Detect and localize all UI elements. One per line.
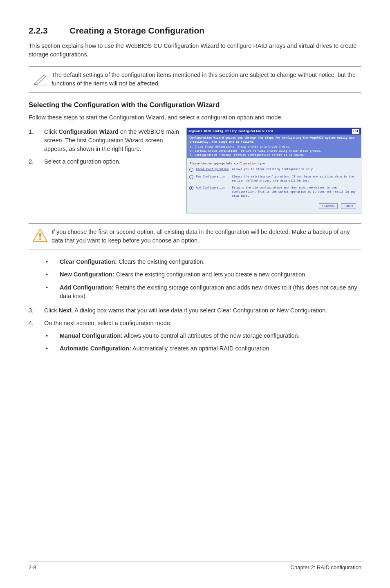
intro-paragraph: This section explains how to use the Web… [29,42,361,59]
section-heading: 2.2.3 Creating a Storage Configuration [29,25,361,37]
option-new-configuration[interactable]: New Configuration Clears the existing co… [189,175,359,183]
subintro: Follow these steps to start the Configur… [29,113,361,122]
pencil-note-icon [29,71,52,85]
option-clear-configuration[interactable]: Clear Configuration Allows you to clear … [189,167,359,172]
page-number: 2-8 [29,564,36,572]
lsi-logo: LSI [352,129,359,134]
wizard-intro-band: Configuration Wizard guides you through … [187,135,361,159]
list-item: • New Configuration: Clears the existing… [44,270,361,279]
radio-icon[interactable] [189,168,193,172]
section-number: 2.2.3 [29,25,69,37]
step-4: 4. On the next screen, select a configur… [29,319,361,328]
option-add-configuration[interactable]: Add Configuration Retains the old config… [189,186,359,198]
radio-icon[interactable] [189,186,193,190]
list-item: • Clear Configuration: Clears the existi… [44,258,361,266]
cancel-button[interactable]: ✕Cancel [319,203,337,209]
list-item: • Automatic Configuration: Automatically… [29,344,361,353]
chapter-label: Chapter 2: RAID configuration [291,564,361,572]
step-1: 1. Click Configuration Wizard on the Web… [29,128,182,153]
next-button[interactable]: ➔Next [341,203,356,209]
wizard-hint: Please choose appropriate configuration … [189,162,359,166]
svg-point-1 [39,239,41,240]
svg-rect-0 [39,233,41,238]
radio-icon[interactable] [189,175,193,179]
section-title: Creating a Storage Configuration [69,25,204,37]
step-2: 2. Select a configuration option. [29,157,182,166]
wizard-screenshot: MegaRAID BIOS Config Utility Configurati… [186,128,361,213]
step-3: 3. Click Next. A dialog box warns that y… [29,306,361,315]
subheading: Selecting the Configuration with the Con… [29,100,361,110]
list-item: • Add Configuration: Retains the existin… [44,283,361,301]
wizard-titlebar: MegaRAID BIOS Config Utility Configurati… [187,128,361,135]
warning-icon [29,228,52,242]
arrow-right-icon: ➔ [344,204,345,208]
list-item: • Manual Configuration: Allows you to co… [29,332,361,340]
warning-block: If you choose the first or second option… [29,223,361,249]
page-footer: 2-8 Chapter 2: RAID configuration [29,561,361,572]
note-block: The default settings of the configuratio… [29,66,361,92]
warning-text: If you choose the first or second option… [52,228,361,245]
close-icon: ✕ [322,204,323,208]
note-text: The default settings of the configuratio… [52,71,361,88]
